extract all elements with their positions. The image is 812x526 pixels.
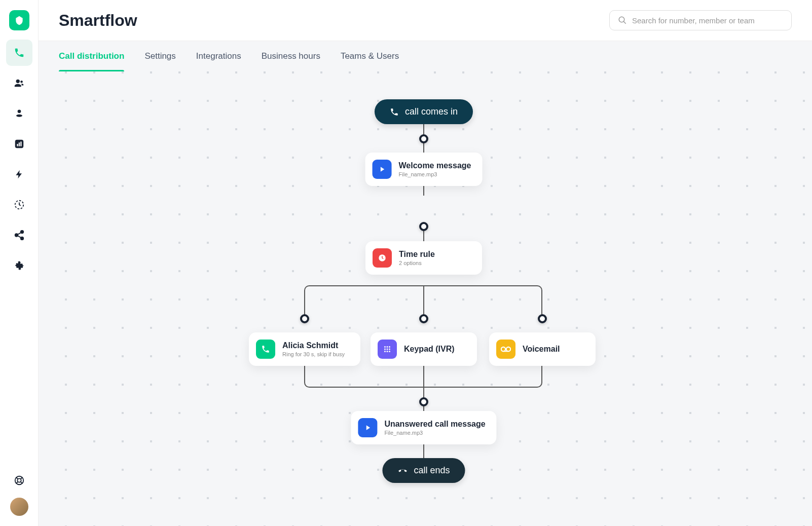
svg-point-3 [16,115,22,117]
flow-node-agent[interactable]: Alicia Schmidt Ring for 30 s, skip if bu… [249,332,360,366]
flow-node-dot[interactable] [419,134,428,143]
keypad-icon [378,340,397,359]
node-subtitle: Ring for 30 s, skip if busy [282,351,345,357]
sidebar [0,0,39,526]
flow-node-welcome[interactable]: Welcome message File_name.mp3 [365,153,483,186]
sidebar-item-help[interactable] [6,467,32,494]
flow-start-node[interactable]: call comes in [375,99,473,124]
share-icon [14,230,25,241]
gear-icon [14,260,25,271]
node-title: Time rule [399,250,435,259]
flow-node-dot[interactable] [419,397,428,406]
svg-point-19 [384,349,386,350]
svg-point-9 [20,231,23,234]
flow-node-voicemail[interactable]: Voicemail [489,332,596,366]
svg-rect-6 [18,142,19,146]
team-icon [14,78,25,89]
search-box[interactable] [609,10,792,30]
phone-forward-icon [256,340,275,359]
voicemail-icon [496,340,515,359]
node-title: Welcome message [399,161,471,170]
svg-point-18 [389,346,390,348]
flow-end-label: call ends [414,465,450,476]
search-input[interactable] [632,16,783,25]
flow-node-ivr[interactable]: Keypad (IVR) [371,332,477,366]
svg-point-26 [506,347,510,351]
sidebar-item-activity[interactable] [6,192,32,218]
sidebar-item-calls[interactable] [6,40,32,66]
svg-point-23 [387,351,388,352]
svg-rect-5 [17,144,18,146]
user-avatar[interactable] [10,498,28,516]
svg-point-17 [387,346,388,348]
bolt-icon [14,169,24,179]
phone-icon [390,107,399,117]
flow-end-node[interactable]: call ends [382,458,465,483]
app-logo[interactable] [9,10,29,30]
person-icon [14,108,24,119]
tab-settings[interactable]: Settings [144,41,175,71]
node-title: Alicia Schmidt [282,341,345,350]
node-subtitle: File_name.mp3 [384,430,485,436]
svg-point-11 [20,237,23,240]
svg-point-13 [17,478,21,482]
clock-icon [373,248,392,268]
phone-icon [14,47,25,58]
sidebar-item-analytics[interactable] [6,131,32,157]
sidebar-item-share[interactable] [6,222,32,248]
header: Smartflow [39,0,812,41]
tab-business-hours[interactable]: Business hours [262,41,320,71]
flow-canvas[interactable]: call comes in Welcome message File_name.… [39,71,812,526]
sidebar-item-person[interactable] [6,100,32,127]
page-title: Smartflow [59,11,137,30]
svg-point-2 [17,110,21,114]
node-subtitle: File_name.mp3 [399,171,471,177]
sidebar-item-power[interactable] [6,161,32,187]
search-icon [618,16,627,25]
clock-dashed-icon [14,199,25,210]
flow-node-dot[interactable] [538,314,547,323]
node-title: Unanswered call message [384,420,485,429]
chart-icon [14,138,25,149]
svg-point-24 [389,351,390,352]
svg-point-10 [15,234,18,237]
node-title: Keypad (IVR) [404,345,455,354]
tab-teams-users[interactable]: Teams & Users [341,41,399,71]
tab-call-distribution[interactable]: Call distribution [59,41,124,71]
tabs: Call distribution Settings Integrations … [39,41,812,71]
node-subtitle: 2 options [399,260,435,266]
sidebar-item-team[interactable] [6,70,32,96]
svg-point-20 [387,349,388,350]
svg-point-16 [384,346,386,348]
flow-node-unanswered[interactable]: Unanswered call message File_name.mp3 [351,411,496,444]
node-title: Voicemail [523,345,560,354]
svg-rect-7 [20,141,21,146]
flow-node-time-rule[interactable]: Time rule 2 options [365,241,482,275]
svg-point-21 [389,349,390,350]
svg-point-0 [16,80,19,83]
lifebuoy-icon [14,475,25,486]
play-icon [358,418,377,437]
flow-node-dot[interactable] [419,314,428,323]
flow-start-label: call comes in [405,106,458,117]
svg-point-25 [501,347,505,351]
svg-point-1 [20,81,23,83]
tab-integrations[interactable]: Integrations [196,41,241,71]
phone-end-icon [397,466,408,476]
play-icon [373,160,392,179]
flow-node-dot[interactable] [419,222,428,231]
svg-point-22 [384,351,386,352]
sidebar-item-settings[interactable] [6,252,32,279]
svg-point-14 [619,17,624,22]
flow-node-dot[interactable] [300,314,309,323]
